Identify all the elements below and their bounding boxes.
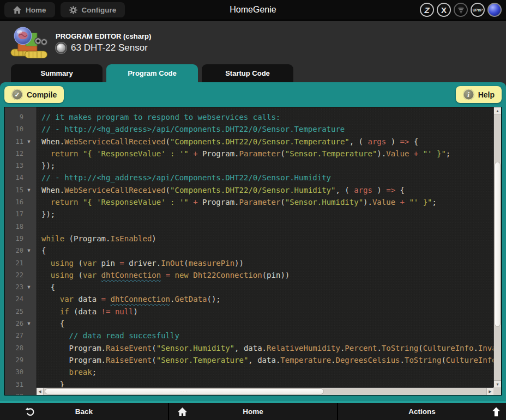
help-button[interactable]: i Help bbox=[456, 86, 502, 103]
code-line: }); bbox=[41, 160, 501, 172]
scroll-left-arrow-icon[interactable]: ◀ bbox=[37, 388, 44, 395]
line-number: 9 bbox=[5, 111, 23, 123]
connection-orb-icon[interactable] bbox=[487, 3, 502, 17]
line-number: 28 bbox=[5, 342, 23, 354]
fold-spacer bbox=[23, 172, 34, 184]
home-nav-label: Home bbox=[243, 407, 263, 416]
code-line: { bbox=[41, 245, 501, 257]
line-number: 18 bbox=[5, 221, 23, 233]
fold-arrow-icon[interactable]: ▼ bbox=[23, 136, 34, 148]
code-line: { bbox=[41, 318, 501, 330]
back-arrow-icon bbox=[25, 407, 34, 416]
home-icon bbox=[13, 6, 21, 14]
code-line: var data = dhtConnection.GetData(); bbox=[41, 293, 501, 305]
fold-spacer bbox=[23, 379, 34, 391]
configure-button-label: Configure bbox=[82, 6, 117, 14]
fold-spacer bbox=[23, 160, 34, 172]
fold-spacer bbox=[23, 269, 34, 281]
line-number: 27 bbox=[5, 330, 23, 342]
scroll-up-arrow-icon[interactable]: ▲ bbox=[494, 107, 501, 114]
fold-spacer bbox=[23, 354, 34, 366]
line-number: 30 bbox=[5, 366, 23, 378]
fold-spacer bbox=[23, 123, 34, 135]
horizontal-scrollbar-thumb[interactable]: ··· bbox=[45, 388, 324, 394]
tab-program-code[interactable]: Program Code bbox=[106, 64, 198, 82]
x10-status-icon[interactable]: X bbox=[437, 3, 451, 17]
scroll-right-arrow-icon[interactable]: ▶ bbox=[486, 388, 493, 395]
configure-button[interactable]: Configure bbox=[61, 2, 125, 17]
line-number: 22 bbox=[5, 269, 23, 281]
code-line: Program.RaiseEvent("Sensor.Temperature",… bbox=[41, 354, 501, 366]
actions-button[interactable]: Actions bbox=[338, 403, 506, 420]
home-icon bbox=[178, 407, 187, 416]
fold-spacer bbox=[23, 196, 34, 208]
code-line: break; bbox=[41, 366, 501, 378]
code-editor[interactable]: 91011▼12131415▼1617181920▼212223▼242526▼… bbox=[4, 107, 502, 395]
compile-button[interactable]: ✓ Compile bbox=[4, 86, 64, 103]
fold-spacer bbox=[23, 391, 34, 395]
line-number: 32 bbox=[5, 391, 23, 395]
line-number: 15 bbox=[5, 184, 23, 196]
fold-spacer bbox=[23, 306, 34, 318]
code-line: return "{ 'ResponseValue' : '" + Program… bbox=[41, 196, 501, 208]
line-number: 25 bbox=[5, 306, 23, 318]
upnp-status-icon[interactable]: UPnP bbox=[471, 3, 485, 17]
fold-spacer bbox=[23, 257, 34, 269]
scroll-down-arrow-icon[interactable]: ▼ bbox=[494, 380, 501, 387]
editor-toolbar: ✓ Compile i Help bbox=[4, 82, 502, 107]
vertical-scrollbar[interactable]: ▲ ▼ bbox=[493, 107, 501, 387]
fold-spacer bbox=[23, 342, 34, 354]
fold-spacer bbox=[23, 233, 34, 245]
fold-arrow-icon[interactable]: ▼ bbox=[23, 281, 34, 293]
fold-spacer bbox=[23, 366, 34, 378]
zwave-status-icon[interactable]: Z bbox=[420, 3, 434, 17]
scrollbar-corner bbox=[493, 387, 501, 395]
check-icon: ✓ bbox=[11, 89, 23, 100]
code-line: while (Program.IsEnabled) bbox=[41, 233, 501, 245]
line-number: 13 bbox=[5, 160, 23, 172]
program-editor-kicker: PROGRAM EDITOR (csharp) bbox=[56, 32, 151, 40]
home-nav-button[interactable]: Home bbox=[169, 403, 337, 420]
gear-icon bbox=[69, 6, 77, 14]
status-icon-group: Z X UPnP bbox=[420, 3, 502, 17]
top-bar: Home Configure HomeGenie Z bbox=[0, 0, 506, 21]
code-line: When.WebServiceCallReceived("Components.… bbox=[41, 136, 501, 148]
info-icon: i bbox=[463, 89, 474, 100]
horizontal-scrollbar[interactable]: ◀ ··· ▶ bbox=[37, 387, 493, 395]
code-line: if (data != null) bbox=[41, 306, 501, 318]
home-button[interactable]: Home bbox=[4, 2, 55, 17]
tab-summary[interactable]: Summary bbox=[11, 64, 103, 82]
fold-spacer bbox=[23, 221, 34, 233]
vertical-scrollbar-thumb[interactable] bbox=[495, 162, 501, 327]
fold-spacer bbox=[23, 330, 34, 342]
fold-arrow-icon[interactable]: ▼ bbox=[23, 245, 34, 257]
code-line: using (var dhtConnection = new Dht22Conn… bbox=[41, 269, 501, 281]
editor-code[interactable]: // it makes program to respond to webser… bbox=[37, 107, 501, 395]
line-number: 11 bbox=[5, 136, 23, 148]
program-status-orb-icon[interactable] bbox=[56, 42, 67, 53]
line-number: 14 bbox=[5, 172, 23, 184]
line-number: 17 bbox=[5, 208, 23, 220]
fold-spacer bbox=[23, 148, 34, 160]
robot-program-icon bbox=[10, 26, 50, 59]
fold-arrow-icon[interactable]: ▼ bbox=[23, 318, 34, 330]
code-line: When.WebServiceCallReceived("Components.… bbox=[41, 184, 501, 196]
code-line: // it makes program to respond to webser… bbox=[41, 111, 501, 123]
code-line bbox=[41, 221, 501, 233]
tab-bar: SummaryProgram CodeStartup Code bbox=[0, 64, 506, 82]
editor-panel: ✓ Compile i Help 91011▼12131415▼16171819… bbox=[0, 82, 506, 403]
back-button-label: Back bbox=[75, 407, 93, 416]
code-line: // - http://<hg_address>/api/Components.… bbox=[41, 123, 501, 135]
code-line: return "{ 'ResponseValue' : '" + Program… bbox=[41, 148, 501, 160]
back-button[interactable]: Back bbox=[0, 403, 168, 420]
fold-arrow-icon[interactable]: ▼ bbox=[23, 184, 34, 196]
tab-startup-code[interactable]: Startup Code bbox=[202, 64, 293, 82]
up-arrow-icon bbox=[492, 407, 501, 416]
line-number: 29 bbox=[5, 354, 23, 366]
line-number: 12 bbox=[5, 148, 23, 160]
bottom-nav: Back Home Actions bbox=[0, 403, 506, 420]
signal-status-icon[interactable] bbox=[454, 3, 468, 17]
line-number: 20 bbox=[5, 245, 23, 257]
fold-spacer bbox=[23, 111, 34, 123]
program-name: 63 DHT-22 Sensor bbox=[71, 42, 148, 53]
